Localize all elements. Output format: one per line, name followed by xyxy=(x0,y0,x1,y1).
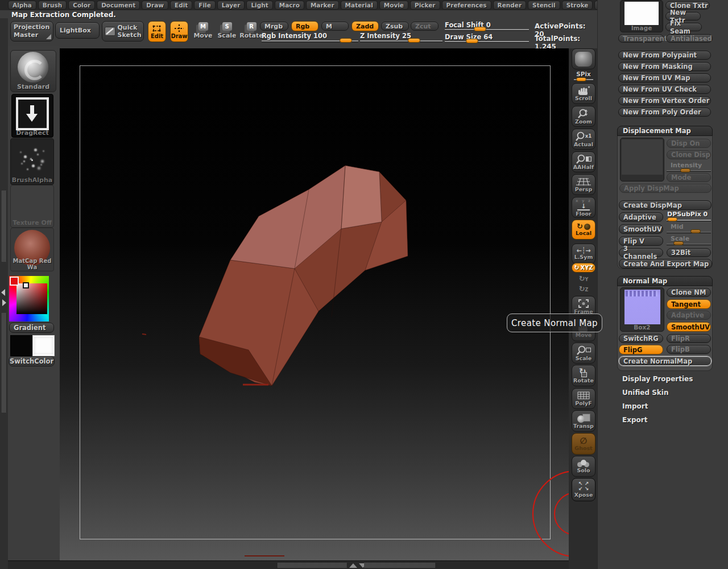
edit-button[interactable]: Edit xyxy=(148,21,166,42)
focal-shift-handle[interactable] xyxy=(474,27,486,31)
color-picker[interactable] xyxy=(9,276,49,321)
divider-grip-bottom[interactable] xyxy=(2,313,6,413)
disp-mode-button[interactable]: Mode xyxy=(667,173,711,182)
zcut-button[interactable]: Zcut xyxy=(411,22,439,31)
spix-handle[interactable] xyxy=(576,77,586,81)
disp-scale-handle[interactable] xyxy=(673,241,684,245)
rail-rotate-button[interactable]: ↻ Rotate xyxy=(572,365,595,386)
menu-macro[interactable]: Macro xyxy=(275,1,304,10)
new-from-uv-check-button[interactable]: New From UV Check xyxy=(618,85,711,94)
flipb-button[interactable]: FlipB xyxy=(667,345,711,354)
menu-preferences[interactable]: Preferences xyxy=(442,1,491,10)
aahalf-button[interactable]: AAHalf xyxy=(572,151,595,172)
menu-layer[interactable]: Layer xyxy=(217,1,245,10)
tangent-button[interactable]: Tangent xyxy=(667,299,711,309)
rgb-intensity-handle[interactable] xyxy=(340,38,352,43)
normal-map-thumbnail[interactable]: Box2 xyxy=(620,287,664,332)
floor-button[interactable]: x y z ↓ Floor xyxy=(572,197,595,218)
menu-picker[interactable]: Picker xyxy=(410,1,440,10)
mid-handle[interactable] xyxy=(690,229,701,233)
menu-file[interactable]: File xyxy=(194,1,216,10)
transparency-button[interactable]: Transp xyxy=(572,410,595,432)
dpsubpix-handle[interactable] xyxy=(667,217,677,221)
current-color-swatch[interactable] xyxy=(10,277,19,286)
tray-arrow-right-icon[interactable] xyxy=(2,299,6,306)
create-dispmap-button[interactable]: Create DispMap xyxy=(619,200,712,210)
quick-sketch-button[interactable]: Quick Sketch xyxy=(102,21,144,42)
material-button[interactable]: MatCap Red Wa xyxy=(10,228,54,271)
secondary-color-swatch[interactable] xyxy=(32,335,55,356)
disp-map-thumbnail[interactable] xyxy=(620,138,664,182)
disp-on-button[interactable]: Disp On xyxy=(667,139,711,148)
disp-adaptive-button[interactable]: Adaptive xyxy=(619,212,663,222)
menu-light[interactable]: Light xyxy=(246,1,272,10)
left-tray-divider[interactable] xyxy=(0,18,8,569)
z-intensity-slider[interactable] xyxy=(360,40,442,42)
nm-smoothuv-button[interactable]: SmoothUV xyxy=(667,322,711,332)
menu-stroke[interactable]: Stroke xyxy=(562,1,593,10)
bit-depth-button[interactable]: 32Bit xyxy=(667,248,711,257)
antialiased-button[interactable]: Antialiased xyxy=(666,34,713,43)
local-button[interactable]: ↻ Local xyxy=(572,220,595,240)
actual-size-button[interactable]: x1 Actual xyxy=(572,129,595,150)
color-sv-square[interactable] xyxy=(16,283,47,314)
flipr-button[interactable]: FlipR xyxy=(667,334,711,343)
rgb-button[interactable]: Rgb xyxy=(291,21,318,31)
move-button[interactable]: M Move xyxy=(193,22,213,39)
draw-button[interactable]: Draw xyxy=(170,21,188,42)
texture-thumbnail[interactable]: Image xyxy=(620,0,663,32)
channels-button[interactable]: 3 Channels xyxy=(619,248,663,257)
new-from-vertex-order-button[interactable]: New From Vertex Order xyxy=(618,96,711,105)
ghost-button[interactable]: ∅ Ghost xyxy=(572,433,595,455)
main-color-swatch[interactable] xyxy=(10,335,32,356)
z-intensity-handle[interactable] xyxy=(408,38,420,43)
y-rotation-button[interactable]: ↻Y xyxy=(572,274,595,283)
texture-button[interactable]: Texture Off xyxy=(10,185,54,228)
bottom-grip-left[interactable] xyxy=(278,563,347,568)
clone-nm-button[interactable]: Clone NM xyxy=(667,288,711,297)
polyframe-button[interactable]: PolyF xyxy=(572,388,595,409)
bpr-button[interactable]: BPR xyxy=(572,48,595,69)
new-from-uv-map-button[interactable]: New From UV Map xyxy=(618,73,711,83)
zoom-button[interactable]: Zoom xyxy=(572,106,595,127)
menu-alpha[interactable]: Alpha xyxy=(8,1,36,10)
scroll-button[interactable]: Scroll xyxy=(572,83,595,104)
menu-stencil[interactable]: Stencil xyxy=(528,1,560,10)
scale-button[interactable]: S Scale xyxy=(217,22,237,39)
gradient-button[interactable]: Gradient xyxy=(9,323,54,333)
section-export[interactable]: Export xyxy=(622,416,647,424)
persp-button[interactable]: Persp xyxy=(572,174,595,195)
alpha-button[interactable]: BrushAlpha xyxy=(10,138,54,185)
flipg-button[interactable]: FlipG xyxy=(619,345,663,354)
draw-size-slider[interactable] xyxy=(445,41,529,42)
switchrg-button[interactable]: SwitchRG xyxy=(619,334,663,343)
focal-shift-slider[interactable] xyxy=(445,29,529,30)
zsub-button[interactable]: Zsub xyxy=(381,22,409,31)
disp-smoothuv-button[interactable]: SmoothUV xyxy=(619,224,663,234)
transparent-button[interactable]: Transparent xyxy=(618,34,664,43)
menu-document[interactable]: Document xyxy=(97,1,140,10)
rail-scale-button[interactable]: Scale xyxy=(572,343,595,364)
lsym-button[interactable]: ←┆→ L.Sym xyxy=(572,244,595,264)
menu-render[interactable]: Render xyxy=(493,1,527,10)
create-export-map-button[interactable]: Create And Export Map xyxy=(619,259,712,269)
mrgb-button[interactable]: Mrgb xyxy=(260,22,288,31)
disp-intensity-handle[interactable] xyxy=(680,168,690,172)
draw-size-handle[interactable] xyxy=(466,39,478,43)
lightbox-button[interactable]: LightBox xyxy=(55,22,100,39)
section-import[interactable]: Import xyxy=(622,402,648,410)
z-rotation-button[interactable]: ↻Z xyxy=(572,284,595,293)
menu-color[interactable]: Color xyxy=(68,1,95,10)
menu-brush[interactable]: Brush xyxy=(38,1,67,10)
xpose-button[interactable]: ↖ ↗↙ ↘ Xpose xyxy=(572,478,595,501)
solo-button[interactable]: Solo xyxy=(572,456,595,477)
menu-movie[interactable]: Movie xyxy=(379,1,408,10)
menu-marker[interactable]: Marker xyxy=(306,1,339,10)
menu-material[interactable]: Material xyxy=(341,1,378,10)
stroke-type-button[interactable]: DragRect xyxy=(11,94,53,138)
document-canvas[interactable] xyxy=(60,48,569,560)
menu-edit[interactable]: Edit xyxy=(170,1,192,10)
section-unified-skin[interactable]: Unified Skin xyxy=(622,389,668,397)
displacement-map-header[interactable]: Displacement Map xyxy=(617,126,713,136)
fix-seam-button[interactable]: Fix Seam xyxy=(665,23,702,31)
